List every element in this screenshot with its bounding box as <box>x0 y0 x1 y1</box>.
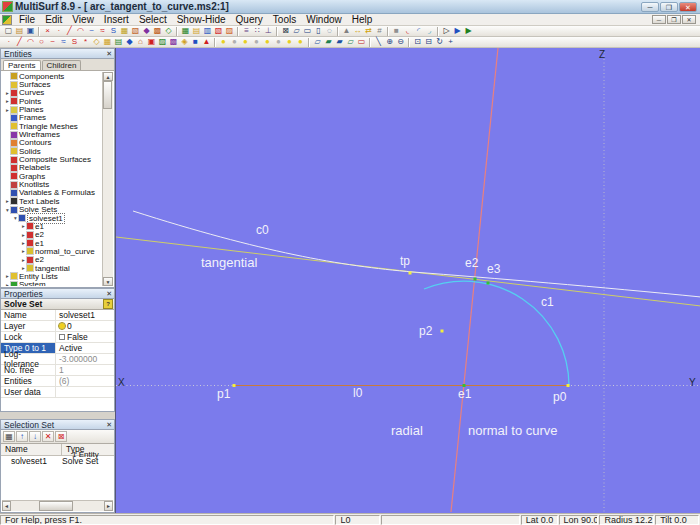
tree-item[interactable]: Composite Surfaces <box>2 155 103 163</box>
property-row[interactable]: User data <box>1 387 114 398</box>
menu-item[interactable]: Insert <box>99 14 134 26</box>
tb-icon[interactable] <box>369 38 371 47</box>
tree-expander-icon[interactable]: ▸ <box>4 98 11 104</box>
copy-stack-1-icon[interactable]: ▱ <box>312 37 323 47</box>
hide-icon[interactable]: ● <box>229 37 240 47</box>
pan-icon[interactable]: + <box>445 37 456 47</box>
copy-stack-3-icon[interactable]: ▰ <box>334 37 345 47</box>
show-parents-icon[interactable]: ● <box>284 37 295 47</box>
tree-scrollbar[interactable]: ▲ ▼ <box>102 72 113 286</box>
relabel-tool-icon[interactable]: ▦ <box>119 26 130 36</box>
minimize-button[interactable]: ─ <box>641 2 659 12</box>
menu-item[interactable]: File <box>14 14 40 26</box>
insert-lofted-icon[interactable]: ◆ <box>124 37 135 47</box>
curve-c-icon[interactable]: ◞ <box>424 26 435 36</box>
property-value[interactable]: (6) <box>56 376 114 386</box>
insert-point-icon[interactable]: ∙ <box>3 37 14 47</box>
tree-item[interactable]: ▾ solveset1 <box>2 214 103 222</box>
menu-item[interactable]: Tools <box>268 14 301 26</box>
scroll-down-icon[interactable]: ▼ <box>103 277 113 286</box>
sort-3-icon[interactable]: ⊥ <box>263 26 274 36</box>
tree-item[interactable]: Contours <box>2 139 103 147</box>
scroll-up-icon[interactable]: ▲ <box>103 72 113 81</box>
tb-icon[interactable] <box>237 27 239 36</box>
delete-icon[interactable]: × <box>42 26 53 36</box>
tree-item[interactable]: Relabels <box>2 164 103 172</box>
insert-mesh-icon[interactable]: ▦ <box>102 37 113 47</box>
tree-item[interactable]: Surfaces <box>2 80 103 88</box>
copy-stack-5-icon[interactable]: ▭ <box>356 37 367 47</box>
expand-icon[interactable]: ⇄ <box>363 26 374 36</box>
close-button[interactable]: ✕ <box>679 2 697 12</box>
property-row[interactable]: No. free 1 <box>1 365 114 376</box>
insert-swept-icon[interactable]: ▨ <box>157 37 168 47</box>
show-all-icon[interactable]: ● <box>240 37 251 47</box>
entities-tab[interactable]: Children <box>42 60 82 70</box>
tree-expander-icon[interactable]: ▸ <box>20 240 27 246</box>
tree-item[interactable]: ▸ e2 <box>2 231 103 239</box>
zoom-in-icon[interactable]: ⊕ <box>384 37 395 47</box>
insert-frame-icon[interactable]: ⌂ <box>135 37 146 47</box>
property-value[interactable]: False <box>56 332 114 342</box>
view-iso-icon[interactable]: ▧ <box>213 26 224 36</box>
sort-1-icon[interactable]: ≡ <box>241 26 252 36</box>
column-name[interactable]: Name <box>1 444 62 455</box>
tree-item[interactable]: Components <box>2 72 103 80</box>
curve-a-icon[interactable]: ◟ <box>402 26 413 36</box>
hide-all-icon[interactable]: ● <box>251 37 262 47</box>
scroll-thumb[interactable] <box>103 81 112 109</box>
tree-item[interactable]: ▸ Curves <box>2 89 103 97</box>
zoom-window-icon[interactable]: ⊡ <box>412 37 423 47</box>
view-plan-icon[interactable]: ▥ <box>202 26 213 36</box>
tb-icon[interactable] <box>214 38 216 47</box>
tb-icon[interactable] <box>337 27 339 36</box>
insert-ruled-icon[interactable]: ▤ <box>113 37 124 47</box>
menu-item[interactable]: Window <box>301 14 347 26</box>
tree-expander-icon[interactable]: ▸ <box>4 90 11 96</box>
menu-item[interactable]: Show-Hide <box>172 14 231 26</box>
insert-snake-icon[interactable]: S <box>69 37 80 47</box>
insert-tri-icon[interactable]: ▲ <box>201 37 212 47</box>
close-icon[interactable]: ✕ <box>106 421 112 429</box>
menu-item[interactable]: Query <box>231 14 268 26</box>
selection-hscrollbar[interactable]: ◄ ► <box>2 500 113 511</box>
tb-icon[interactable] <box>408 38 410 47</box>
insert-solid-icon[interactable]: ■ <box>190 37 201 47</box>
save-icon[interactable]: ▣ <box>25 26 36 36</box>
tb-icon[interactable] <box>38 27 40 36</box>
fit-icon[interactable]: # <box>374 26 385 36</box>
ccurve-tool-icon[interactable]: ≈ <box>97 26 108 36</box>
property-row[interactable]: Entities (6) <box>1 376 114 387</box>
point-p1[interactable] <box>233 384 236 387</box>
zoom-out-icon[interactable]: ⊖ <box>395 37 406 47</box>
point-e3[interactable] <box>487 282 490 285</box>
property-value[interactable]: -3.000000 <box>56 354 114 364</box>
mdi-restore-button[interactable]: ❐ <box>667 15 681 24</box>
frame-tool-icon[interactable]: ▩ <box>152 26 163 36</box>
scroll-right-icon[interactable]: ► <box>104 501 113 511</box>
mdi-close-button[interactable]: ✕ <box>682 15 696 24</box>
lock-checkbox[interactable] <box>59 334 65 340</box>
tree-expander-icon[interactable]: ▸ <box>20 248 27 254</box>
open-icon[interactable]: ▤ <box>14 26 25 36</box>
tree-expander-icon[interactable]: ▸ <box>4 282 11 286</box>
insert-arc-icon[interactable]: ◠ <box>25 37 36 47</box>
tree-expander-icon[interactable]: ▸ <box>20 265 27 271</box>
tree-expander-icon[interactable]: ▾ <box>12 215 19 221</box>
point-p0[interactable] <box>567 384 570 387</box>
cut-icon[interactable]: ⊠ <box>280 26 291 36</box>
tree-expander-icon[interactable]: ▸ <box>4 273 11 279</box>
solid-tool-icon[interactable]: ◆ <box>141 26 152 36</box>
property-value[interactable]: solveset1 <box>56 310 114 320</box>
tree-expander-icon[interactable]: ▾ <box>4 207 11 213</box>
copy-stack-2-icon[interactable]: ▰ <box>323 37 334 47</box>
hide-sel-icon[interactable]: ● <box>273 37 284 47</box>
measure-icon[interactable]: ▲ <box>341 26 352 36</box>
tree-item[interactable]: Wireframes <box>2 130 103 138</box>
move-up-icon[interactable]: ↑ <box>16 431 28 442</box>
snake-tool-icon[interactable]: S <box>108 26 119 36</box>
tree-item[interactable]: ▸ System <box>2 281 103 286</box>
view-front-icon[interactable]: ▦ <box>180 26 191 36</box>
tb-icon[interactable] <box>276 27 278 36</box>
curve-c0[interactable] <box>133 211 700 297</box>
